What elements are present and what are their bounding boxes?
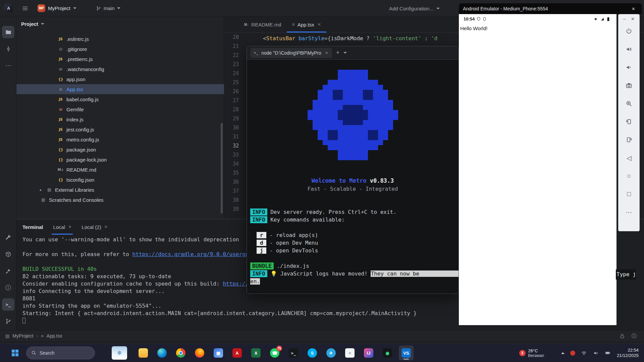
tree-item-prettierrc-js[interactable]: JS.prettierrc.js — [16, 54, 224, 64]
close-tab-icon[interactable]: ✕ — [325, 51, 328, 55]
build-output-tool-button[interactable] — [2, 265, 14, 277]
terminal-tool-button[interactable]: >_ — [2, 298, 14, 311]
tree-item-tsconfig-json[interactable]: {}tsconfig.json — [16, 175, 224, 185]
tree-item-package-json[interactable]: {}package.json — [16, 144, 224, 155]
tree-item-package-lock-json[interactable]: {}package-lock.json — [16, 155, 224, 165]
commit-tool-button[interactable] — [2, 43, 14, 55]
start-button[interactable] — [7, 346, 23, 360]
tree-item-metro-config-js[interactable]: JSmetro.config.js — [16, 134, 224, 144]
wifi-tray-icon[interactable] — [581, 351, 587, 356]
tree-item-gitignore[interactable]: ⊘.gitignore — [16, 44, 224, 54]
close-tab-icon[interactable]: ✕ — [104, 225, 108, 229]
emulator-title-bar[interactable]: Android Emulator - Medium_Phone:5554 ✕ — [459, 3, 642, 14]
chevron-down-icon — [41, 23, 44, 25]
taskbar-app-file-explorer[interactable] — [136, 346, 151, 360]
taskbar-app-android-studio[interactable]: ◉ — [380, 346, 395, 360]
emulator-home-button[interactable]: ○ — [619, 167, 639, 185]
taskbar-clock[interactable]: 22:54 21/12/2025 — [617, 348, 639, 358]
ide-logo-icon[interactable]: A — [4, 4, 13, 13]
tree-item-app-tsx[interactable]: ≡App.tsx — [16, 84, 224, 94]
build-tool-button[interactable] — [2, 231, 14, 244]
emulator-zoom-in-button[interactable] — [619, 95, 639, 113]
tree-item-eslintrc-js[interactable]: JS.eslintrc.js — [16, 34, 224, 44]
battery-tray-icon[interactable] — [604, 351, 611, 355]
notifications-icon[interactable]: ⓘ — [632, 333, 637, 339]
project-switcher[interactable]: MP MyProject — [38, 4, 76, 13]
new-terminal-tab-button[interactable]: + — [336, 49, 340, 56]
emulator-rotate-right-button[interactable] — [619, 131, 639, 149]
tray-overflow-chevron-icon[interactable] — [561, 352, 565, 354]
project-panel-header[interactable]: Project — [16, 16, 224, 31]
terminal-tab-local[interactable]: Local ✕ — [53, 219, 71, 235]
taskbar-app-excel[interactable]: X — [249, 346, 263, 360]
emulator-phone-screen[interactable]: 10:54 Hello World! — [459, 14, 616, 325]
taskbar-app-intellij[interactable]: IJ — [361, 346, 376, 360]
more-tools-button[interactable]: ⋯ — [2, 59, 14, 72]
tree-item-app-json[interactable]: {}app.json — [16, 74, 224, 84]
wrench-icon — [5, 234, 11, 241]
emulator-power-button[interactable] — [619, 22, 639, 40]
node-process-tab[interactable]: >_ node "D:\Coding\PBP\MyPro ✕ — [250, 48, 332, 58]
taskbar-app-edge[interactable] — [155, 346, 169, 360]
taskbar-app-vscode[interactable]: VS — [399, 346, 414, 360]
chevron-right-icon[interactable]: ▸ — [40, 188, 46, 192]
emulator-camera-button[interactable] — [619, 76, 639, 95]
code-content[interactable]: <StatusBar barStyle={isDarkMode ? 'light… — [263, 34, 437, 43]
antivirus-tray-icon[interactable] — [570, 351, 575, 356]
metro-log-line: j - open DevTools — [250, 247, 459, 254]
close-window-icon[interactable]: ✕ — [629, 6, 638, 11]
volume-tray-icon[interactable] — [593, 351, 599, 356]
breadcrumb-project[interactable]: MyProject — [12, 333, 33, 339]
hamburger-menu-icon[interactable] — [21, 4, 30, 13]
tree-item-jest-config-js[interactable]: JSjest.config.js — [16, 124, 224, 134]
emulator-volume-up-button[interactable] — [619, 40, 639, 58]
taskbar-app-photos[interactable]: ▣ — [211, 346, 226, 360]
close-icon[interactable]: ✕ — [631, 16, 635, 21]
taskbar-app-terminal[interactable]: >_ — [286, 346, 301, 360]
emulator-volume-down-button[interactable] — [619, 58, 639, 76]
git-branch-selector[interactable]: main — [96, 4, 120, 13]
snowflake-icon: ❄ — [117, 349, 122, 357]
taskbar-app-firefox[interactable] — [192, 346, 207, 360]
emulator-back-button[interactable]: ◁ — [619, 149, 639, 167]
problems-tool-button[interactable]: ⓘ — [2, 282, 14, 294]
project-tool-button[interactable] — [2, 26, 14, 38]
editor-tab-app-tsx[interactable]: ≡ App.tsx ✕ — [287, 16, 326, 33]
dependencies-tool-button[interactable] — [2, 248, 14, 260]
taskbar-app-chrome[interactable] — [173, 346, 188, 360]
tree-item-external-libraries[interactable]: ▸▤External Libraries — [16, 185, 224, 195]
weather-widget[interactable]: 3 26°C Berawan — [519, 348, 544, 358]
minimize-icon[interactable]: – — [623, 16, 626, 21]
search-highlight-image[interactable]: ❄ — [112, 346, 127, 360]
close-tab-icon[interactable]: ✕ — [68, 225, 71, 229]
tree-item-watchmanconfig[interactable]: ≡.watchmanconfig — [16, 64, 224, 74]
chevron-down-icon — [436, 8, 440, 9]
terminal-tab-local-2[interactable]: Local (2) ✕ — [82, 219, 107, 235]
taskbar-app-telegram[interactable]: ✈ — [324, 346, 338, 360]
emulator-more-button[interactable]: ⋯ — [619, 203, 639, 221]
metro-log-output[interactable]: INFO Dev server ready. Press Ctrl+C to e… — [250, 208, 459, 285]
branch-icon — [96, 6, 101, 11]
tree-item-gemfile[interactable]: ≡Gemfile — [16, 104, 224, 114]
tree-scrollbar[interactable] — [221, 123, 223, 214]
close-tab-icon[interactable]: ✕ — [318, 22, 321, 27]
taskbar-search[interactable]: Search — [26, 347, 95, 359]
lock-icon[interactable] — [620, 334, 625, 339]
tree-item-readme-md[interactable]: M↓README.md — [16, 165, 224, 175]
tree-item-scratches-and-consoles[interactable]: ▤Scratches and Consoles — [16, 195, 224, 205]
tree-item-babel-config-js[interactable]: JSbabel.config.js — [16, 94, 224, 104]
taskbar-app-skype[interactable]: S — [305, 346, 320, 360]
breadcrumb-file[interactable]: App.tsx — [47, 333, 62, 339]
emulator-overview-button[interactable]: □ — [619, 185, 639, 203]
version-control-tool-button[interactable] — [2, 315, 14, 327]
editor-tab-readme[interactable]: M↓ README.md — [239, 16, 287, 33]
taskbar-app-acrobat[interactable]: A — [230, 346, 245, 360]
taskbar-app-notepad[interactable]: ≡ — [342, 346, 357, 360]
line-number: 37 — [224, 187, 248, 196]
taskbar-app-whatsapp[interactable]: ☎75 — [267, 346, 282, 360]
tree-item-index-js[interactable]: JSindex.js — [16, 114, 224, 124]
run-configuration-selector[interactable]: Add Configuration... — [389, 4, 440, 12]
chevron-down-icon[interactable] — [343, 52, 347, 54]
emulator-rotate-left-button[interactable] — [619, 113, 639, 131]
floating-terminal-window[interactable]: >_ node "D:\Coding\PBP\MyPro ✕ + Welcome… — [247, 46, 459, 294]
